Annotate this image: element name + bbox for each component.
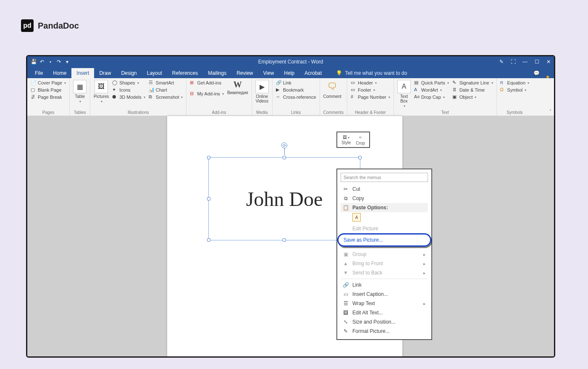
my-addins-button[interactable]: ⊟My Add-ins▾: [190, 91, 223, 97]
wikipedia-button[interactable]: W Википедия: [227, 80, 248, 95]
menu-edit-alt-text[interactable]: 🖼Edit Alt Text...: [341, 308, 428, 317]
bookmark-button[interactable]: ▶Bookmark: [276, 87, 316, 93]
resize-handle-w[interactable]: [207, 197, 210, 200]
equation-label: Equation: [507, 80, 525, 85]
tab-home[interactable]: Home: [48, 68, 71, 78]
undo-icon[interactable]: ↶: [39, 59, 45, 65]
tab-draw[interactable]: Draw: [94, 68, 116, 78]
qat-customize-icon[interactable]: ▾: [64, 59, 70, 65]
menu-size-position[interactable]: ⤡Size and Position...: [341, 317, 428, 327]
wikipedia-icon: W: [234, 80, 242, 90]
shapes-button[interactable]: ◯Shapes▾: [112, 80, 145, 86]
menu-size-position-label: Size and Position...: [352, 319, 396, 325]
text-box-button[interactable]: A Text Box▾: [397, 80, 411, 108]
screenshot-button[interactable]: ⧉Screenshot▾: [149, 94, 183, 100]
pictures-label: Pictures: [94, 94, 109, 99]
ribbon-display-icon[interactable]: ⛶: [510, 59, 516, 65]
page-number-button[interactable]: #Page Number▾: [351, 94, 390, 100]
redo-icon[interactable]: ↷: [56, 59, 62, 65]
drop-cap-icon: A≡: [414, 94, 420, 100]
tab-acrobat[interactable]: Acrobat: [299, 68, 327, 78]
cover-page-button[interactable]: 📄Cover Page▾: [31, 80, 66, 86]
resize-handle-ne[interactable]: [358, 156, 362, 159]
symbol-button[interactable]: ΩSymbol▾: [500, 87, 529, 93]
date-time-button[interactable]: 🗓Date & Time: [452, 87, 493, 93]
resize-handle-s[interactable]: [283, 238, 286, 242]
comment-label: Comment: [323, 94, 341, 99]
tab-file[interactable]: File: [30, 68, 48, 78]
menu-insert-caption[interactable]: ▭Insert Caption...: [341, 290, 428, 299]
style-button[interactable]: 🖼▾ Style: [341, 135, 351, 145]
menu-cut[interactable]: ✂Cut: [341, 184, 428, 194]
tab-review[interactable]: Review: [231, 68, 258, 78]
menu-format-picture[interactable]: ✎Format Picture...: [341, 327, 428, 336]
accessibility-icon[interactable]: ✎: [499, 59, 504, 65]
cover-page-icon: 📄: [31, 80, 37, 86]
save-icon[interactable]: 💾: [31, 59, 37, 65]
store-icon: ⊞: [190, 80, 196, 86]
drop-cap-button[interactable]: A≡Drop Cap▾: [414, 94, 449, 100]
resize-handle-nw[interactable]: [207, 156, 210, 159]
context-menu: Search the menus ✂Cut ⧉Copy 📋Paste Optio…: [336, 169, 432, 340]
link-button[interactable]: 🔗Link: [276, 80, 316, 86]
tell-me-search[interactable]: 💡 Tell me what you want to do: [332, 68, 411, 78]
blank-page-button[interactable]: ▢Blank Page: [31, 87, 66, 93]
icons-button[interactable]: ✦Icons: [112, 87, 145, 93]
tab-design[interactable]: Design: [116, 68, 142, 78]
equation-button[interactable]: πEquation▾: [500, 80, 529, 86]
online-videos-button[interactable]: ▶ Online Videos: [255, 80, 269, 103]
group-header-footer-label: Header & Footer: [351, 109, 390, 115]
table-icon: ▦: [73, 80, 87, 93]
resize-handle-n[interactable]: [283, 156, 286, 159]
wordart-button[interactable]: AWordArt▾: [414, 87, 449, 93]
menu-search-input[interactable]: Search the menus: [341, 173, 428, 182]
object-label: Object: [459, 95, 473, 100]
rotation-handle[interactable]: ⟳: [281, 142, 287, 148]
tab-insert[interactable]: Insert: [71, 68, 94, 78]
resize-handle-sw[interactable]: [207, 238, 210, 242]
notification-dot-icon[interactable]: [546, 76, 549, 78]
menu-save-as-picture[interactable]: Save as Picture...: [337, 233, 431, 247]
signature-icon: ✎: [452, 80, 458, 86]
close-icon[interactable]: ✕: [546, 59, 551, 65]
object-icon: ▣: [452, 94, 458, 100]
tab-help[interactable]: Help: [279, 68, 299, 78]
pictures-button[interactable]: 🖼 Pictures▾: [94, 80, 109, 103]
undo-dropdown-icon[interactable]: ▾: [47, 60, 53, 64]
quick-parts-button[interactable]: ▤Quick Parts▾: [414, 80, 449, 86]
comments-pane-icon[interactable]: 💬: [529, 68, 544, 78]
3d-models-button[interactable]: ⬢3D Models▾: [112, 94, 145, 100]
page-break-button[interactable]: ⭿Page Break: [31, 94, 66, 100]
menu-insert-caption-label: Insert Caption...: [352, 291, 388, 297]
get-addins-button[interactable]: ⊞Get Add-ins: [190, 80, 223, 86]
tab-view[interactable]: View: [258, 68, 279, 78]
menu-copy[interactable]: ⧉Copy: [341, 194, 428, 203]
tab-layout[interactable]: Layout: [142, 68, 167, 78]
comment-button[interactable]: 🗨 Comment: [323, 80, 341, 99]
wordart-label: WordArt: [421, 87, 438, 92]
minimize-icon[interactable]: —: [522, 59, 528, 65]
menu-link[interactable]: 🔗Link: [341, 280, 428, 290]
maximize-icon[interactable]: ☐: [534, 59, 540, 65]
group-illustrations-label: Illustrations: [94, 109, 183, 115]
table-button[interactable]: ▦ Table▾: [73, 80, 87, 103]
crop-button[interactable]: ⌗ Crop: [356, 135, 365, 145]
tab-references[interactable]: References: [167, 68, 203, 78]
group-media-label: Media: [255, 109, 269, 115]
menu-paste-options-label: Paste Options:: [352, 205, 388, 211]
collapse-ribbon-icon[interactable]: ˄: [549, 109, 551, 113]
menu-wrap-text[interactable]: ☰Wrap Text▸: [341, 299, 428, 308]
smartart-button[interactable]: ☴SmartArt: [149, 80, 183, 86]
paste-keep-text-icon[interactable]: A: [352, 213, 361, 221]
signature-line-button[interactable]: ✎Signature Line▾: [452, 80, 493, 86]
group-text: A Text Box▾ ▤Quick Parts▾ AWordArt▾ A≡Dr…: [394, 78, 497, 116]
lightbulb-icon: 💡: [336, 70, 342, 76]
cross-reference-button[interactable]: ↔Cross-reference: [276, 94, 316, 100]
chart-button[interactable]: 📊Chart: [149, 87, 183, 93]
header-button[interactable]: ▭Header▾: [351, 80, 390, 86]
blank-page-label: Blank Page: [38, 87, 61, 92]
object-button[interactable]: ▣Object▾: [452, 94, 493, 100]
document-area[interactable]: ⟳ John Doe 🖼▾ Style ⌗ Crop: [27, 116, 554, 356]
tab-mailings[interactable]: Mailings: [203, 68, 231, 78]
footer-button[interactable]: ▭Footer▾: [351, 87, 390, 93]
